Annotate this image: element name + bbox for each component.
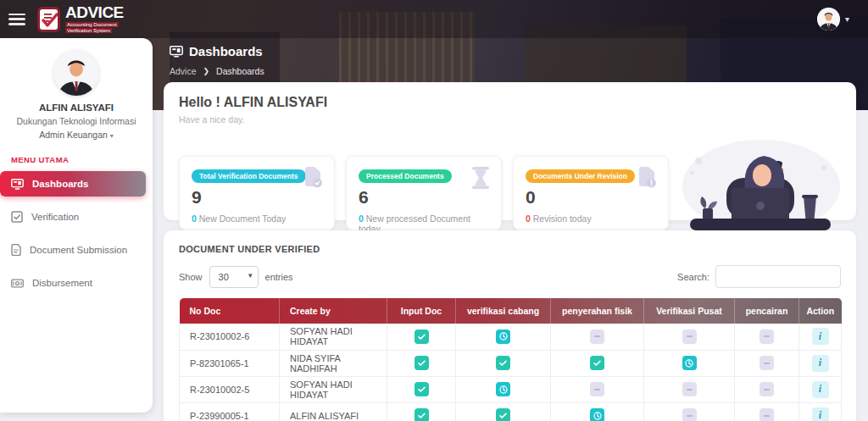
cell-verifikasi-cabang: [456, 324, 551, 350]
col-pencairan[interactable]: pencairan: [735, 298, 799, 324]
status-clock-icon: [496, 330, 510, 344]
status-dash-icon: [590, 382, 604, 396]
sidebar-item-disbursement[interactable]: Disbursement: [0, 270, 146, 296]
cell-penyerahan-fisik: [551, 376, 644, 402]
info-button[interactable]: i: [812, 381, 829, 398]
dashboard-title-icon: [170, 46, 183, 58]
show-label: Show: [179, 272, 203, 282]
cell-no-doc: P-82301065-1: [180, 350, 280, 376]
greeting-panel: Hello ! ALFIN ALISYAFI Have a nice day. …: [164, 82, 856, 220]
table-row: R-23010002-5SOFYAN HADI HIDAYATi: [180, 376, 842, 402]
status-dash-icon: [760, 330, 774, 344]
col-input-doc[interactable]: Input Doc: [387, 298, 456, 324]
document-icon: [11, 244, 21, 256]
breadcrumb-separator-icon: ❯: [203, 67, 210, 75]
document-revision-icon: [637, 167, 657, 192]
cell-no-doc: R-23010002-6: [180, 324, 280, 350]
chevron-down-icon[interactable]: ▾: [845, 14, 849, 24]
stat-card-under-revision: Documents Under Revision 0 0 Revision to…: [513, 156, 669, 230]
info-button[interactable]: i: [812, 355, 829, 372]
advice-logo-icon: [37, 7, 60, 32]
card-footer-text: New Document Today: [199, 213, 287, 224]
app-logo[interactable]: ADVICE Accounting Document Verification …: [37, 5, 124, 33]
entries-label: entries: [265, 272, 293, 282]
navbar-right: ▾: [817, 8, 849, 30]
sidebar-profile: ALFIN ALISYAFI Dukungan Teknologi Inform…: [0, 38, 153, 140]
table-header-row: No Doc Create by Input Doc verifikasi ca…: [180, 298, 842, 324]
sidebar-item-dashboards[interactable]: Dashboards: [0, 171, 146, 197]
cell-action: i: [799, 376, 842, 402]
hourglass-icon: [471, 167, 490, 192]
col-action[interactable]: Action: [799, 298, 842, 324]
status-dash-icon: [590, 330, 604, 344]
sidebar-item-label: Document Submission: [30, 245, 127, 255]
status-clock-icon: [496, 382, 510, 396]
status-dash-icon: [760, 408, 774, 421]
cell-penyerahan-fisik: [551, 402, 644, 421]
cell-verifikasi-pusat: [644, 350, 735, 376]
info-button[interactable]: i: [812, 328, 829, 345]
cell-verifikasi-pusat: [644, 376, 735, 402]
sidebar-item-verification[interactable]: Verification: [0, 204, 146, 230]
stat-card-processed: Processed Documents 6 0 New processed Do…: [346, 156, 502, 230]
cell-no-doc: P-23990005-1: [180, 402, 280, 421]
profile-role-dropdown[interactable]: Admin Keuangan ▾: [0, 130, 153, 140]
document-check-icon: [303, 167, 323, 192]
table-section-title: DOCUMENT UNDER VERIFIED: [179, 244, 841, 254]
col-penyerahan-fisik[interactable]: penyerahan fisik: [551, 298, 644, 324]
col-verifikasi-cabang[interactable]: verifikasi cabang: [456, 298, 551, 324]
cell-pencairan: [735, 376, 799, 402]
cell-action: i: [799, 324, 842, 350]
table-controls: Show 30 ▾ entries Search:: [179, 265, 841, 288]
search-label: Search:: [677, 272, 709, 282]
cell-create-by: NIDA SYIFA NADHIFAH: [280, 350, 387, 376]
cell-no-doc: R-23010002-5: [180, 376, 280, 402]
status-check-icon: [415, 330, 429, 344]
col-no-doc[interactable]: No Doc: [180, 298, 280, 324]
sidebar: ALFIN ALISYAFI Dukungan Teknologi Inform…: [0, 38, 153, 413]
cell-verifikasi-cabang: [456, 402, 551, 421]
table-row: P-23990005-1ALFIN ALISYAFIi: [180, 402, 842, 421]
sidebar-item-label: Dashboards: [32, 179, 88, 189]
card-footer-value: 0: [192, 213, 197, 224]
cell-action: i: [799, 402, 842, 421]
col-create-by[interactable]: Create by: [280, 298, 387, 324]
card-footer-value: 0: [359, 213, 364, 224]
cell-verifikasi-cabang: [456, 350, 551, 376]
sidebar-item-document-submission[interactable]: Document Submission: [0, 237, 146, 263]
cell-input-doc: [387, 324, 456, 350]
cell-penyerahan-fisik: [551, 324, 644, 350]
top-navbar: ADVICE Accounting Document Verification …: [0, 0, 868, 38]
document-table-body: R-23010002-6SOFYAN HADI HIDAYATiP-823010…: [180, 324, 842, 421]
table-row: P-82301065-1NIDA SYIFA NADHIFAHi: [180, 350, 842, 376]
woman-at-laptop-illustration: [680, 136, 841, 234]
cell-verifikasi-cabang: [456, 376, 551, 402]
entries-select[interactable]: 30: [209, 266, 259, 288]
col-verifikasi-pusat[interactable]: Verifikasi Pusat: [644, 298, 735, 324]
profile-division: Dukungan Teknologi Informasi: [0, 116, 153, 126]
cell-pencairan: [735, 350, 799, 376]
hamburger-menu-icon[interactable]: [8, 14, 25, 25]
table-row: R-23010002-6SOFYAN HADI HIDAYATi: [180, 324, 842, 350]
cell-input-doc: [387, 350, 456, 376]
card-badge: Total Verification Documents: [192, 169, 306, 183]
status-check-icon: [415, 356, 429, 370]
search-input[interactable]: [715, 265, 841, 288]
cell-penyerahan-fisik: [551, 350, 644, 376]
cell-create-by: SOFYAN HADI HIDAYAT: [280, 324, 387, 350]
cell-action: i: [799, 350, 842, 376]
card-footer: 0 Revision today: [526, 213, 656, 224]
user-avatar[interactable]: [817, 8, 840, 30]
breadcrumb: Advice ❯ Dashboards: [170, 66, 264, 76]
status-check-icon: [415, 408, 429, 421]
breadcrumb-advice[interactable]: Advice: [170, 66, 197, 76]
status-clock-icon: [590, 408, 604, 421]
status-clock-icon: [682, 356, 697, 370]
stat-card-total-verification: Total Verification Documents 9 0 New Doc…: [179, 156, 335, 230]
cell-verifikasi-pusat: [644, 324, 735, 350]
disbursement-icon: [11, 279, 24, 288]
greeting-title: Hello ! ALFIN ALISYAFI: [179, 95, 841, 110]
info-button[interactable]: i: [812, 407, 829, 421]
status-dash-icon: [682, 408, 697, 421]
card-footer-value: 0: [526, 213, 531, 224]
